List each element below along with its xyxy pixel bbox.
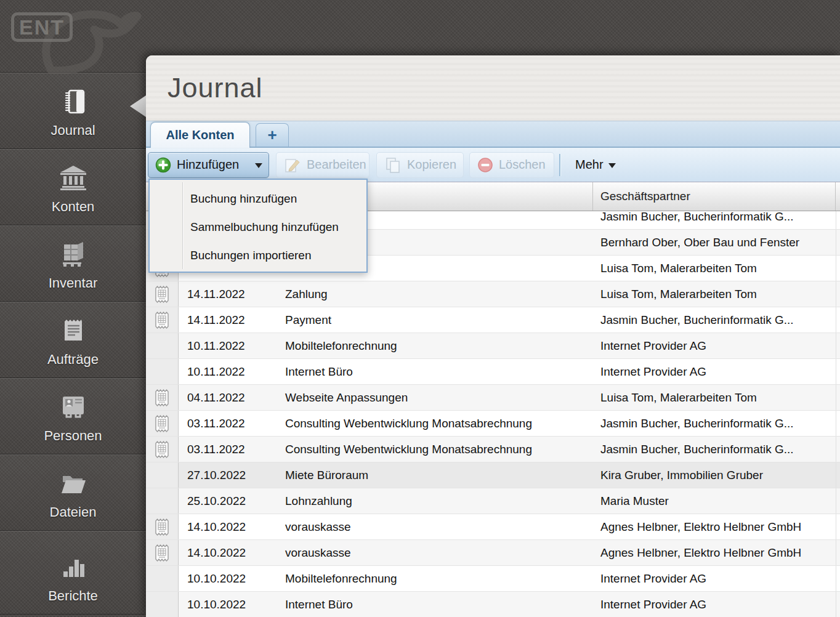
menu-icon-gutter	[182, 182, 183, 269]
logo-text: ENT	[19, 15, 65, 39]
delete-button: Löschen	[469, 152, 554, 178]
row-attachment-cell	[146, 385, 179, 410]
header-extra-column[interactable]	[836, 182, 840, 211]
row-attachment-cell	[146, 437, 179, 462]
table-row[interactable]: 10.11.2022 Mobiltelefonrechnung Internet…	[146, 333, 840, 359]
sidebar-item-label: Berichte	[48, 588, 98, 604]
table-row[interactable]: 10.10.2022 Mobiltelefonrechnung Internet…	[146, 566, 840, 592]
sidebar-item-journal[interactable]: Journal	[0, 73, 146, 149]
sidebar-item-label: Dateien	[50, 504, 97, 520]
receipt-icon	[155, 311, 169, 329]
row-date: 14.10.2022	[179, 514, 280, 539]
row-description: Lohnzahlung	[280, 488, 593, 514]
tab-alle-konten[interactable]: Alle Konten	[150, 122, 250, 148]
add-caret-icon	[255, 163, 262, 172]
row-attachment-cell	[146, 514, 179, 539]
sidebar-item-konten[interactable]: Konten	[0, 149, 146, 225]
sidebar-item-personen[interactable]: Personen	[0, 378, 146, 454]
row-description: Consulting Webentwicklung Monatsabrechnu…	[280, 437, 593, 462]
row-date: 10.10.2022	[179, 566, 280, 591]
row-partner: Kira Gruber, Immobilien Gruber	[593, 462, 836, 488]
folder-icon	[57, 469, 89, 498]
page-title: Journal	[168, 72, 263, 104]
table-row[interactable]: 10.11.2022 Internet Büro Internet Provid…	[146, 359, 840, 385]
sidebar: ENT Journal	[0, 0, 146, 617]
more-button-label: Mehr	[575, 158, 604, 172]
logo-box: ENT	[11, 12, 73, 42]
table-row[interactable]: 14.10.2022 vorauskasse Agnes Helbner, El…	[146, 540, 840, 566]
receipt-icon	[155, 518, 169, 536]
row-description: Zahlung	[280, 281, 593, 307]
sidebar-item-label: Konten	[52, 199, 95, 215]
table-row[interactable]: 14.11.2022 Payment Jasmin Bucher, Bucher…	[146, 307, 840, 333]
row-extra-cell	[836, 256, 840, 281]
add-button[interactable]: Hinzufügen	[148, 152, 269, 178]
table-row[interactable]: 04.11.2022 Webseite Anpassungen Luisa To…	[146, 385, 840, 411]
sidebar-item-auftraege[interactable]: Aufträge	[0, 302, 146, 378]
bar-chart-icon	[58, 552, 89, 582]
app-logo: ENT	[0, 0, 146, 73]
row-date: 10.11.2022	[179, 359, 280, 384]
row-partner: Luisa Tom, Malerarbeiten Tom	[593, 281, 836, 307]
row-description: Internet Büro	[280, 359, 593, 384]
sidebar-item-berichte[interactable]: Berichte	[0, 531, 146, 615]
row-attachment-cell	[146, 333, 179, 358]
toolbar: Hinzufügen Bearbeiten	[146, 148, 840, 182]
row-date: 14.11.2022	[179, 307, 280, 333]
row-partner: Internet Provider AG	[593, 592, 836, 617]
sidebar-item-label: Aufträge	[47, 352, 99, 368]
header-partner-column[interactable]: Geschäftspartner	[593, 182, 836, 211]
row-attachment-cell	[146, 540, 179, 565]
table-row[interactable]: 03.11.2022 Consulting Webentwicklung Mon…	[146, 411, 840, 437]
row-extra-cell	[836, 333, 840, 358]
row-attachment-cell	[146, 411, 179, 436]
row-extra-cell	[836, 411, 840, 436]
sidebar-item-inventar[interactable]: Inventar	[0, 225, 146, 302]
row-partner: Jasmin Bucher, Bucherinformatik G...	[593, 411, 836, 436]
row-extra-cell	[836, 437, 840, 462]
row-extra-cell	[836, 359, 840, 384]
more-button[interactable]: Mehr	[571, 152, 620, 178]
add-button-label: Hinzufügen	[177, 158, 239, 172]
app-background: ENT Journal	[0, 0, 840, 617]
row-extra-cell	[836, 385, 840, 410]
table-row[interactable]: 27.10.2022 Miete Büroraum Kira Gruber, I…	[146, 462, 840, 488]
row-extra-cell	[836, 230, 840, 255]
table-row[interactable]: 03.11.2022 Consulting Webentwicklung Mon…	[146, 437, 840, 462]
row-description: Mobiltelefonrechnung	[280, 566, 593, 591]
pallet-icon	[57, 240, 89, 269]
table-row[interactable]: 10.10.2022 Internet Büro Internet Provid…	[146, 592, 840, 617]
row-attachment-cell	[146, 281, 179, 307]
table-row[interactable]: 25.10.2022 Lohnzahlung Maria Muster	[146, 488, 840, 514]
row-extra-cell	[836, 592, 840, 617]
receipt-icon	[155, 414, 169, 433]
row-attachment-cell	[146, 359, 179, 384]
row-partner: Bernhard Ober, Ober Bau und Fenster	[593, 230, 836, 255]
row-description: Internet Büro	[280, 592, 593, 617]
receipt-icon	[155, 440, 169, 459]
table-row[interactable]: 14.10.2022 vorauskasse Agnes Helbner, El…	[146, 514, 840, 540]
row-partner: Jasmin Bucher, Bucherinformatik G...	[593, 307, 836, 333]
sidebar-item-dateien[interactable]: Dateien	[0, 454, 146, 531]
row-extra-cell	[836, 462, 840, 488]
copy-button: Kopieren	[376, 152, 464, 178]
row-extra-cell	[836, 281, 840, 307]
delete-minus-icon	[477, 157, 493, 173]
row-date: 10.11.2022	[179, 333, 280, 358]
journal-icon	[58, 87, 89, 116]
row-description: Webseite Anpassungen	[280, 385, 593, 410]
row-partner: Internet Provider AG	[593, 333, 836, 358]
edit-button: Bearbeiten	[276, 152, 370, 178]
row-description: vorauskasse	[280, 540, 593, 565]
row-extra-cell	[836, 566, 840, 591]
row-extra-cell	[836, 514, 840, 539]
row-extra-cell	[836, 307, 840, 333]
row-partner: Agnes Helbner, Elektro Helbner GmbH	[593, 540, 836, 565]
row-description: Payment	[280, 307, 593, 333]
table-row[interactable]: 14.11.2022 Zahlung Luisa Tom, Malerarbei…	[146, 281, 840, 307]
new-tab-button[interactable]: +	[256, 123, 289, 147]
row-attachment-cell	[146, 488, 179, 514]
main-window: Journal Alle Konten +	[146, 55, 840, 617]
page-header: Journal	[146, 55, 840, 121]
receipt-icon	[155, 285, 169, 304]
